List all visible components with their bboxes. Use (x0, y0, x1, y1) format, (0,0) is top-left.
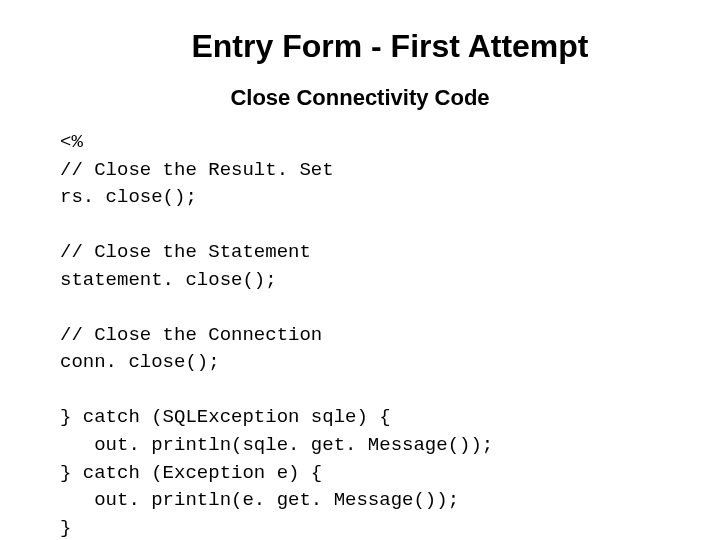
slide: Entry Form - First Attempt Close Connect… (0, 0, 720, 540)
code-block: <% // Close the Result. Set rs. close();… (60, 129, 660, 540)
slide-subtitle: Close Connectivity Code (60, 85, 660, 111)
slide-title: Entry Form - First Attempt (120, 28, 660, 65)
